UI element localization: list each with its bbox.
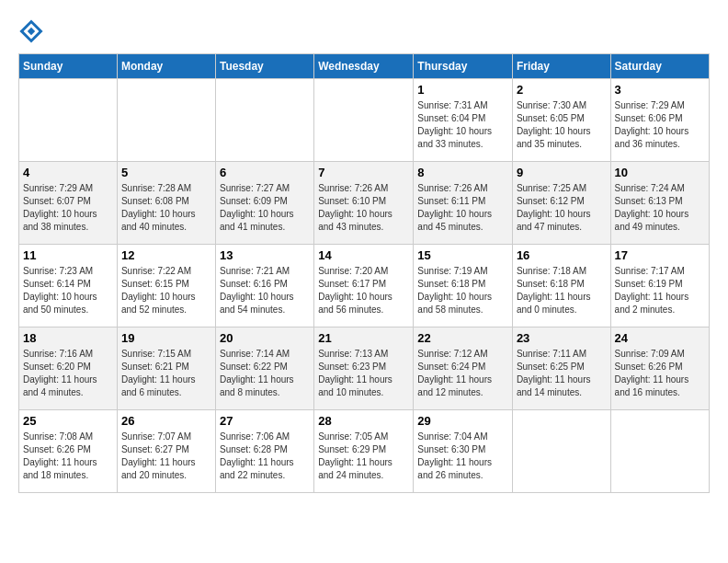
day-info: Sunrise: 7:30 AM Sunset: 6:05 PM Dayligh…	[517, 99, 607, 151]
day-number: 4	[23, 166, 113, 179]
calendar-cell: 20Sunrise: 7:14 AM Sunset: 6:22 PM Dayli…	[216, 327, 314, 410]
day-info: Sunrise: 7:15 AM Sunset: 6:21 PM Dayligh…	[121, 348, 211, 399]
day-info: Sunrise: 7:24 AM Sunset: 6:13 PM Dayligh…	[615, 182, 705, 234]
day-info: Sunrise: 7:22 AM Sunset: 6:15 PM Dayligh…	[121, 265, 211, 316]
calendar-cell	[314, 79, 414, 162]
day-info: Sunrise: 7:29 AM Sunset: 6:07 PM Dayligh…	[23, 182, 113, 234]
day-number: 17	[615, 248, 705, 262]
day-number: 5	[121, 166, 211, 179]
day-info: Sunrise: 7:04 AM Sunset: 6:30 PM Dayligh…	[417, 431, 508, 482]
calendar-cell: 17Sunrise: 7:17 AM Sunset: 6:19 PM Dayli…	[610, 245, 709, 327]
calendar-cell	[610, 410, 709, 493]
calendar-cell: 13Sunrise: 7:21 AM Sunset: 6:16 PM Dayli…	[216, 245, 314, 327]
day-info: Sunrise: 7:07 AM Sunset: 6:27 PM Dayligh…	[121, 431, 211, 482]
day-number: 22	[417, 331, 508, 345]
calendar-cell	[216, 79, 314, 162]
calendar-cell: 26Sunrise: 7:07 AM Sunset: 6:27 PM Dayli…	[117, 410, 215, 493]
day-number: 25	[23, 414, 113, 428]
day-info: Sunrise: 7:12 AM Sunset: 6:24 PM Dayligh…	[417, 348, 508, 399]
calendar-cell: 9Sunrise: 7:25 AM Sunset: 6:12 PM Daylig…	[512, 162, 610, 245]
calendar-cell: 3Sunrise: 7:29 AM Sunset: 6:06 PM Daylig…	[610, 79, 709, 162]
calendar-cell: 21Sunrise: 7:13 AM Sunset: 6:23 PM Dayli…	[314, 327, 414, 410]
day-info: Sunrise: 7:29 AM Sunset: 6:06 PM Dayligh…	[615, 99, 705, 151]
calendar-cell: 18Sunrise: 7:16 AM Sunset: 6:20 PM Dayli…	[19, 327, 118, 410]
calendar-cell: 19Sunrise: 7:15 AM Sunset: 6:21 PM Dayli…	[117, 327, 215, 410]
day-info: Sunrise: 7:31 AM Sunset: 6:04 PM Dayligh…	[417, 99, 508, 151]
day-number: 15	[417, 248, 508, 262]
day-number: 14	[318, 248, 409, 262]
calendar-cell: 29Sunrise: 7:04 AM Sunset: 6:30 PM Dayli…	[414, 410, 513, 493]
day-info: Sunrise: 7:19 AM Sunset: 6:18 PM Dayligh…	[417, 265, 508, 316]
day-number: 7	[318, 166, 409, 179]
day-info: Sunrise: 7:13 AM Sunset: 6:23 PM Dayligh…	[318, 348, 409, 399]
day-number: 27	[220, 414, 310, 428]
calendar-cell: 14Sunrise: 7:20 AM Sunset: 6:17 PM Dayli…	[314, 245, 414, 327]
day-number: 3	[615, 83, 705, 97]
calendar-cell	[117, 79, 215, 162]
day-number: 29	[417, 414, 508, 428]
day-info: Sunrise: 7:18 AM Sunset: 6:18 PM Dayligh…	[517, 265, 607, 316]
day-number: 20	[220, 331, 310, 345]
weekday-header-row: SundayMondayTuesdayWednesdayThursdayFrid…	[19, 54, 710, 79]
day-info: Sunrise: 7:08 AM Sunset: 6:26 PM Dayligh…	[23, 431, 113, 482]
weekday-header-sunday: Sunday	[19, 54, 118, 79]
calendar-week-5: 25Sunrise: 7:08 AM Sunset: 6:26 PM Dayli…	[19, 410, 710, 493]
calendar-cell: 28Sunrise: 7:05 AM Sunset: 6:29 PM Dayli…	[314, 410, 414, 493]
calendar-week-3: 11Sunrise: 7:23 AM Sunset: 6:14 PM Dayli…	[19, 245, 710, 327]
logo	[18, 18, 48, 44]
calendar-cell: 15Sunrise: 7:19 AM Sunset: 6:18 PM Dayli…	[414, 245, 513, 327]
day-number: 9	[517, 166, 607, 179]
day-number: 23	[517, 331, 607, 345]
day-info: Sunrise: 7:28 AM Sunset: 6:08 PM Dayligh…	[121, 182, 211, 234]
day-info: Sunrise: 7:21 AM Sunset: 6:16 PM Dayligh…	[220, 265, 310, 316]
day-number: 28	[318, 414, 409, 428]
day-info: Sunrise: 7:06 AM Sunset: 6:28 PM Dayligh…	[220, 431, 310, 482]
calendar-cell: 6Sunrise: 7:27 AM Sunset: 6:09 PM Daylig…	[216, 162, 314, 245]
day-number: 13	[220, 248, 310, 262]
weekday-header-monday: Monday	[117, 54, 215, 79]
calendar-cell	[19, 79, 118, 162]
day-info: Sunrise: 7:11 AM Sunset: 6:25 PM Dayligh…	[517, 348, 607, 399]
calendar-cell: 25Sunrise: 7:08 AM Sunset: 6:26 PM Dayli…	[19, 410, 118, 493]
day-info: Sunrise: 7:17 AM Sunset: 6:19 PM Dayligh…	[615, 265, 705, 316]
calendar-cell: 16Sunrise: 7:18 AM Sunset: 6:18 PM Dayli…	[512, 245, 610, 327]
day-info: Sunrise: 7:26 AM Sunset: 6:10 PM Dayligh…	[318, 182, 409, 234]
day-number: 16	[517, 248, 607, 262]
calendar-table: SundayMondayTuesdayWednesdayThursdayFrid…	[18, 53, 710, 493]
day-info: Sunrise: 7:23 AM Sunset: 6:14 PM Dayligh…	[23, 265, 113, 316]
day-number: 19	[121, 331, 211, 345]
day-info: Sunrise: 7:09 AM Sunset: 6:26 PM Dayligh…	[615, 348, 705, 399]
day-info: Sunrise: 7:05 AM Sunset: 6:29 PM Dayligh…	[318, 431, 409, 482]
day-number: 6	[220, 166, 310, 179]
day-number: 24	[615, 331, 705, 345]
day-number: 2	[517, 83, 607, 97]
calendar-cell	[512, 410, 610, 493]
calendar-cell: 8Sunrise: 7:26 AM Sunset: 6:11 PM Daylig…	[414, 162, 513, 245]
day-number: 18	[23, 331, 113, 345]
weekday-header-friday: Friday	[512, 54, 610, 79]
day-info: Sunrise: 7:26 AM Sunset: 6:11 PM Dayligh…	[417, 182, 508, 234]
day-info: Sunrise: 7:27 AM Sunset: 6:09 PM Dayligh…	[220, 182, 310, 234]
day-number: 21	[318, 331, 409, 345]
day-number: 8	[417, 166, 508, 179]
weekday-header-thursday: Thursday	[414, 54, 513, 79]
calendar-cell: 12Sunrise: 7:22 AM Sunset: 6:15 PM Dayli…	[117, 245, 215, 327]
day-number: 12	[121, 248, 211, 262]
calendar-week-2: 4Sunrise: 7:29 AM Sunset: 6:07 PM Daylig…	[19, 162, 710, 245]
day-number: 26	[121, 414, 211, 428]
calendar-cell: 1Sunrise: 7:31 AM Sunset: 6:04 PM Daylig…	[414, 79, 513, 162]
day-number: 10	[615, 166, 705, 179]
calendar-cell: 11Sunrise: 7:23 AM Sunset: 6:14 PM Dayli…	[19, 245, 118, 327]
calendar-cell: 7Sunrise: 7:26 AM Sunset: 6:10 PM Daylig…	[314, 162, 414, 245]
calendar-week-1: 1Sunrise: 7:31 AM Sunset: 6:04 PM Daylig…	[19, 79, 710, 162]
weekday-header-saturday: Saturday	[610, 54, 709, 79]
day-info: Sunrise: 7:20 AM Sunset: 6:17 PM Dayligh…	[318, 265, 409, 316]
calendar-cell: 23Sunrise: 7:11 AM Sunset: 6:25 PM Dayli…	[512, 327, 610, 410]
calendar-cell: 10Sunrise: 7:24 AM Sunset: 6:13 PM Dayli…	[610, 162, 709, 245]
calendar-cell: 2Sunrise: 7:30 AM Sunset: 6:05 PM Daylig…	[512, 79, 610, 162]
weekday-header-wednesday: Wednesday	[314, 54, 414, 79]
calendar-cell: 5Sunrise: 7:28 AM Sunset: 6:08 PM Daylig…	[117, 162, 215, 245]
day-info: Sunrise: 7:25 AM Sunset: 6:12 PM Dayligh…	[517, 182, 607, 234]
day-number: 11	[23, 248, 113, 262]
calendar-cell: 4Sunrise: 7:29 AM Sunset: 6:07 PM Daylig…	[19, 162, 118, 245]
